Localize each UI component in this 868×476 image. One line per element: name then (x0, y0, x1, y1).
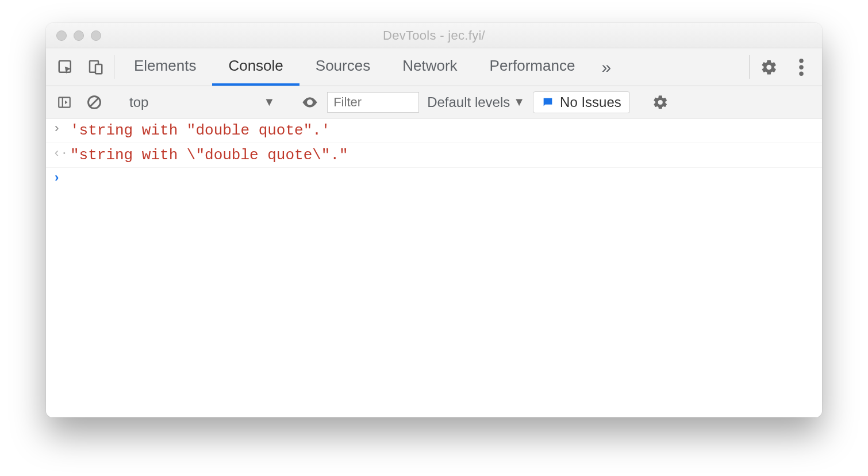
separator (114, 55, 114, 79)
tab-network[interactable]: Network (386, 48, 473, 86)
tab-elements[interactable]: Elements (118, 48, 212, 86)
window-title: DevTools - jec.fyi/ (55, 28, 813, 43)
tab-console[interactable]: Console (212, 48, 299, 86)
console-output: › 'string with "double quote".' ‹· "stri… (46, 118, 822, 417)
context-selector[interactable]: top ▼ (124, 94, 281, 110)
main-toolbar: Elements Console Sources Network Perform… (46, 48, 822, 86)
issues-label: No Issues (560, 94, 621, 110)
issues-chip[interactable]: No Issues (533, 91, 630, 113)
close-dot[interactable] (56, 30, 67, 41)
clear-console-icon[interactable] (82, 94, 107, 110)
console-input-row[interactable]: › 'string with "double quote".' (46, 118, 822, 143)
devtools-window: DevTools - jec.fyi/ Elements Console (46, 23, 822, 417)
toggle-sidebar-icon[interactable] (52, 95, 77, 110)
levels-label: Default levels (427, 94, 510, 110)
console-prompt-row[interactable]: › (46, 168, 822, 189)
kebab-menu-icon[interactable] (785, 48, 817, 86)
console-settings-gear-icon[interactable] (647, 94, 674, 110)
live-expression-eye-icon[interactable] (297, 94, 322, 111)
prompt-chevron-icon: › (53, 171, 70, 186)
output-chevron-icon: ‹· (53, 147, 70, 161)
console-toolbar: top ▼ Default levels ▼ No Issues (46, 86, 822, 118)
svg-point-4 (799, 65, 804, 70)
console-input-text: 'string with "double quote".' (70, 122, 330, 139)
svg-point-5 (799, 71, 804, 76)
window-titlebar: DevTools - jec.fyi/ (46, 23, 822, 48)
filter-input[interactable] (327, 92, 419, 113)
device-toolbar-icon[interactable] (80, 48, 110, 86)
tab-performance[interactable]: Performance (474, 48, 592, 86)
console-output-row: ‹· "string with \"double quote\"." (46, 143, 822, 168)
svg-point-3 (799, 59, 804, 63)
minimize-dot[interactable] (74, 30, 84, 41)
svg-rect-6 (59, 97, 70, 107)
panel-tabs: Elements Console Sources Network Perform… (118, 48, 591, 86)
zoom-dot[interactable] (91, 30, 101, 41)
separator (749, 55, 750, 79)
issues-icon (541, 96, 554, 109)
tab-sources[interactable]: Sources (299, 48, 386, 86)
input-chevron-icon: › (53, 122, 70, 136)
inspect-element-icon[interactable] (51, 48, 80, 86)
chevron-down-icon: ▼ (263, 95, 275, 109)
svg-rect-2 (95, 64, 102, 74)
context-label: top (129, 94, 148, 110)
settings-gear-icon[interactable] (753, 48, 785, 86)
more-tabs-button[interactable]: » (591, 48, 621, 86)
console-output-text: "string with \"double quote\"." (70, 147, 348, 164)
traffic-lights (56, 30, 101, 41)
log-levels-dropdown[interactable]: Default levels ▼ (424, 94, 528, 110)
chevron-down-icon: ▼ (513, 95, 525, 109)
